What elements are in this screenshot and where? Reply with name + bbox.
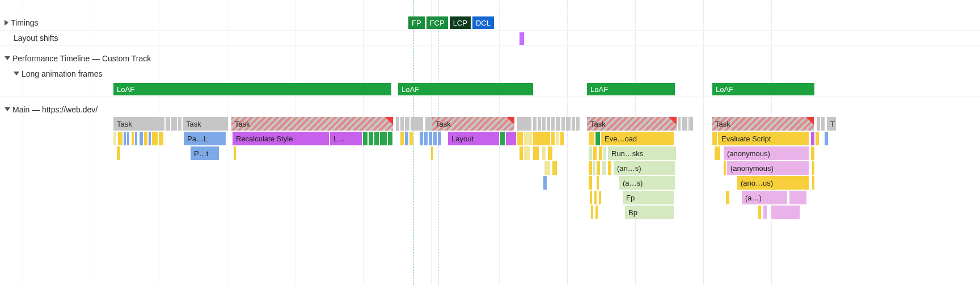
flame-entry[interactable]: [608, 161, 611, 175]
flame-entry[interactable]: P…t: [191, 146, 219, 160]
flame-entry[interactable]: Task: [432, 117, 514, 131]
flame-entry[interactable]: [113, 132, 116, 145]
timing-badge-dcl[interactable]: DCL: [472, 16, 494, 29]
flame-entry[interactable]: [551, 117, 555, 131]
flame-entry[interactable]: [405, 117, 409, 131]
flame-entry[interactable]: Eve…oad: [601, 132, 674, 145]
flame-entry[interactable]: [543, 176, 547, 190]
flame-entry[interactable]: Task: [587, 117, 677, 131]
flame-entry[interactable]: (an…s): [614, 161, 675, 175]
flame-entry[interactable]: [547, 117, 550, 131]
flame-entry[interactable]: [556, 117, 560, 131]
flame-entry[interactable]: [433, 132, 437, 145]
flame-entry[interactable]: [816, 132, 819, 145]
timings-track[interactable]: Timings: [0, 18, 39, 27]
flame-entry[interactable]: [825, 132, 828, 145]
flame-entry[interactable]: [812, 161, 814, 175]
flame-entry[interactable]: [561, 117, 565, 131]
flame-entry[interactable]: [132, 132, 134, 145]
flame-entry[interactable]: [682, 117, 687, 131]
flame-entry[interactable]: [533, 132, 550, 145]
flame-entry[interactable]: [812, 176, 814, 190]
flame-entry[interactable]: [593, 161, 595, 175]
flame-entry[interactable]: [560, 132, 564, 145]
flame-entry[interactable]: [424, 132, 428, 145]
flame-entry[interactable]: [524, 146, 530, 160]
flame-entry[interactable]: [542, 117, 546, 131]
collapse-icon[interactable]: [5, 56, 10, 60]
flame-entry[interactable]: [420, 132, 423, 145]
flame-entry[interactable]: L…: [330, 132, 362, 145]
flame-entry[interactable]: [593, 146, 597, 160]
flame-entry[interactable]: [556, 132, 559, 145]
loaf-entry[interactable]: LoAF: [712, 83, 814, 95]
flame-entry[interactable]: [533, 117, 537, 131]
loaf-entry[interactable]: LoAF: [587, 83, 675, 95]
flame-entry[interactable]: [763, 206, 767, 219]
flame-entry[interactable]: [589, 176, 592, 190]
flame-entry[interactable]: [771, 206, 800, 219]
flame-entry[interactable]: [374, 132, 379, 145]
timing-badge-fcp[interactable]: FCP: [426, 16, 448, 29]
layout-shifts-track[interactable]: Layout shifts: [0, 33, 58, 43]
timing-badge-fp[interactable]: FP: [408, 16, 425, 29]
flame-entry[interactable]: [821, 117, 825, 131]
flame-entry[interactable]: [178, 117, 181, 131]
flame-entry[interactable]: [517, 132, 523, 145]
main-track[interactable]: Main — https://web.dev/: [0, 105, 98, 114]
flame-entry[interactable]: [388, 132, 392, 145]
flame-entry[interactable]: [817, 117, 820, 131]
flame-entry[interactable]: [369, 132, 373, 145]
flame-entry[interactable]: [595, 206, 598, 219]
flame-entry[interactable]: [127, 132, 129, 145]
flame-entry[interactable]: [524, 132, 532, 145]
flame-entry[interactable]: Run…sks: [608, 146, 676, 160]
flame-entry[interactable]: [118, 132, 122, 145]
flame-entry[interactable]: [380, 132, 387, 145]
layout-shift-event[interactable]: [519, 32, 524, 45]
flame-entry[interactable]: T: [827, 117, 836, 131]
flame-entry[interactable]: Layout: [448, 132, 499, 145]
flame-entry[interactable]: [678, 117, 681, 131]
flame-entry[interactable]: [500, 132, 505, 145]
loaf-entry[interactable]: LoAF: [113, 83, 391, 95]
flame-entry[interactable]: [602, 161, 606, 175]
flame-entry[interactable]: [551, 132, 555, 145]
flame-entry[interactable]: [724, 161, 726, 175]
flame-entry[interactable]: [405, 132, 408, 145]
flame-entry[interactable]: [758, 206, 761, 219]
perf-timeline-track[interactable]: Performance Timeline — Custom Track: [0, 54, 151, 63]
flame-entry[interactable]: [811, 132, 814, 145]
flame-entry[interactable]: [789, 191, 806, 204]
loaf-entry[interactable]: LoAF: [398, 83, 533, 95]
loaf-track[interactable]: Long animation frames: [0, 69, 102, 78]
flame-entry[interactable]: [566, 117, 571, 131]
flame-entry[interactable]: [597, 176, 599, 190]
flame-entry[interactable]: Evaluate Script: [718, 132, 809, 145]
flame-entry[interactable]: [517, 117, 531, 131]
flame-entry[interactable]: [411, 117, 423, 131]
flame-entry[interactable]: [811, 146, 814, 160]
flame-entry[interactable]: [715, 146, 720, 160]
flame-entry[interactable]: Fp: [623, 191, 674, 204]
flame-chart[interactable]: TaskTaskTaskTaskTaskTaskTPa…LRecalculate…: [0, 117, 980, 220]
flame-entry[interactable]: [589, 146, 592, 160]
flame-entry[interactable]: [519, 146, 523, 160]
flame-entry[interactable]: [140, 132, 143, 145]
flame-entry[interactable]: [594, 191, 597, 204]
flame-entry[interactable]: [591, 206, 593, 219]
flame-entry[interactable]: [171, 117, 177, 131]
flame-entry[interactable]: [590, 191, 592, 204]
flame-entry[interactable]: [599, 146, 602, 160]
flame-entry[interactable]: Bp: [625, 206, 674, 219]
flame-entry[interactable]: [589, 132, 594, 145]
flame-entry[interactable]: [159, 132, 163, 145]
flame-entry[interactable]: [400, 132, 404, 145]
flame-entry[interactable]: [599, 191, 601, 204]
flame-entry[interactable]: Task: [712, 117, 814, 131]
flame-entry[interactable]: [548, 146, 552, 160]
flame-entry[interactable]: [712, 132, 717, 145]
flame-entry[interactable]: [572, 117, 575, 131]
flame-entry[interactable]: (ano…us): [737, 176, 809, 190]
flame-entry[interactable]: [597, 161, 600, 175]
